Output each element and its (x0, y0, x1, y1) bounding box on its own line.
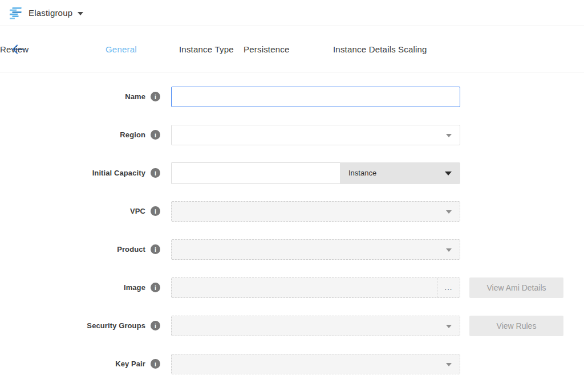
field-row-key-pair: Key Pair i (0, 353, 584, 374)
chevron-down-icon (446, 363, 452, 366)
region-select[interactable] (171, 125, 460, 145)
chevron-down-icon (446, 210, 452, 214)
elastigroup-logo-icon (8, 6, 23, 20)
tab-general[interactable]: General (106, 44, 137, 54)
name-label: Name (125, 92, 145, 101)
image-input[interactable] (172, 278, 437, 297)
chevron-down-icon (78, 12, 83, 15)
chevron-down-icon (446, 248, 452, 252)
field-row-region: Region i (0, 124, 584, 145)
initial-capacity-input[interactable] (171, 162, 340, 184)
security-groups-select[interactable] (171, 316, 460, 336)
tab-instance-type[interactable]: Instance Type (179, 44, 234, 54)
tab-scaling[interactable]: Scaling (398, 44, 427, 54)
info-icon[interactable]: i (151, 321, 160, 330)
field-row-product: Product i (0, 239, 584, 260)
field-row-image: Image i ... View Ami Details (0, 277, 584, 298)
key-pair-select[interactable] (171, 354, 460, 374)
brand-menu[interactable]: Elastigroup (29, 8, 83, 18)
security-groups-label: Security Groups (87, 321, 145, 330)
field-row-vpc: VPC i (0, 201, 584, 222)
info-icon[interactable]: i (151, 168, 160, 178)
name-input[interactable] (171, 87, 460, 107)
region-label: Region (120, 130, 145, 139)
vpc-select[interactable] (171, 201, 460, 222)
vpc-label: VPC (130, 207, 145, 215)
info-icon[interactable]: i (151, 92, 160, 101)
field-row-security-groups: Security Groups i View Rules (0, 315, 584, 336)
view-rules-button[interactable]: View Rules (469, 316, 563, 336)
chevron-down-icon (446, 325, 452, 328)
brand-label: Elastigroup (29, 8, 72, 18)
wizard-tab-bar: General Instance Type Persistence Instan… (0, 26, 584, 72)
image-browse-button[interactable]: ... (437, 278, 460, 297)
key-pair-label: Key Pair (115, 360, 145, 368)
field-row-initial-capacity: Initial Capacity i Instance (0, 162, 584, 183)
product-label: Product (117, 245, 145, 254)
top-bar: Elastigroup (0, 0, 584, 26)
chevron-down-icon (446, 134, 452, 137)
info-icon[interactable]: i (151, 244, 160, 254)
tab-persistence[interactable]: Persistence (244, 44, 290, 54)
info-icon[interactable]: i (151, 130, 160, 140)
info-icon[interactable]: i (151, 359, 160, 369)
general-settings-form: Name i Region i Initial Capacity i Insta… (0, 72, 584, 374)
initial-capacity-label: Initial Capacity (92, 169, 145, 177)
view-ami-details-button[interactable]: View Ami Details (469, 277, 563, 298)
chevron-down-icon (445, 172, 452, 175)
tab-review[interactable]: Review (0, 44, 29, 54)
info-icon[interactable]: i (151, 206, 160, 216)
capacity-unit-select[interactable]: Instance (340, 162, 460, 184)
image-label: Image (124, 283, 145, 292)
field-row-name: Name i (0, 86, 584, 107)
tab-instance-details[interactable]: Instance Details (333, 44, 396, 54)
info-icon[interactable]: i (151, 283, 160, 292)
capacity-unit-value: Instance (348, 169, 376, 177)
product-select[interactable] (171, 239, 460, 260)
